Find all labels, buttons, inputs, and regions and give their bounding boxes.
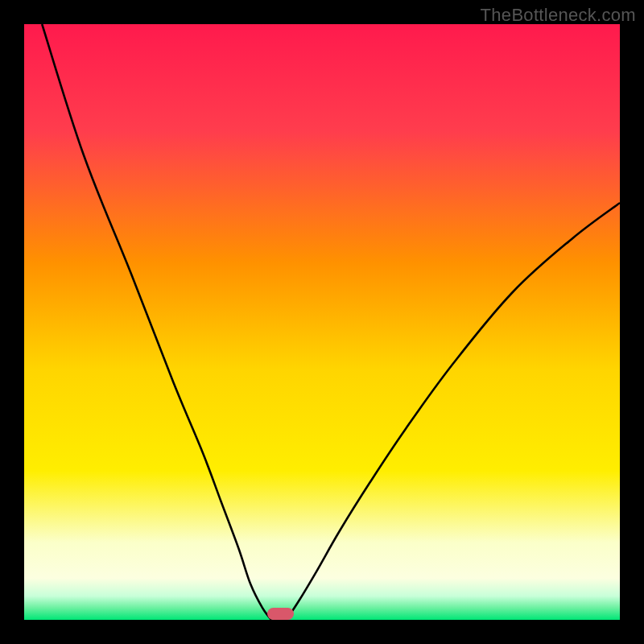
curve-left-branch [42, 24, 271, 620]
bottleneck-curve [24, 24, 620, 620]
optimal-marker [267, 608, 294, 620]
chart-area [24, 24, 620, 620]
curve-right-branch [287, 203, 620, 620]
watermark-text: TheBottleneck.com [481, 5, 636, 26]
